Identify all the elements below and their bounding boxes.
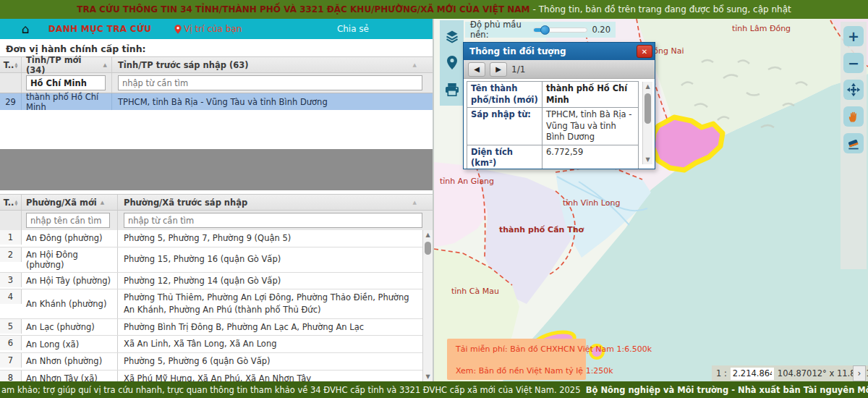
- province-new-filter-input[interactable]: [26, 75, 106, 90]
- map-zoom-controls: + −: [841, 22, 867, 269]
- download-link[interactable]: Tải miễn phí: Bản đồ CHXHCN Việt Nam 1:6…: [453, 344, 580, 354]
- opacity-value: 0.20: [592, 25, 610, 35]
- opacity-control: Độ phủ mầu nền: 0.20: [465, 22, 616, 38]
- location-pin-icon: [174, 25, 182, 34]
- app-title-bar: TRA CỨU THÔNG TIN 34 TỈNH/THÀNH PHỐ VÀ 3…: [0, 0, 868, 19]
- view-basemap-link[interactable]: Xem: Bản đồ nền Việt Nam tỷ lệ 1:250k: [453, 366, 580, 376]
- attribute-row: Tên thành phố/tỉnh (mới) thành phố Hồ Ch…: [467, 82, 639, 108]
- status-footer: am khảo; trợ giúp quí vị tra cứu nhanh, …: [0, 381, 868, 398]
- table-row[interactable]: 8 An Nhơn Tây (xã) Xã Phú Mỹ Hưng, Xã An…: [0, 371, 422, 381]
- popup-scrollbar[interactable]: ▲ ▼: [642, 82, 652, 164]
- empty-list-area: [0, 149, 433, 190]
- expand-icon[interactable]: ›: [853, 365, 866, 381]
- slider-knob[interactable]: [540, 25, 550, 35]
- table-row[interactable]: 6 An Long (xã) Xã An Linh, Xã Tân Long, …: [0, 336, 422, 353]
- popup-body: Tên thành phố/tỉnh (mới) thành phố Hồ Ch…: [464, 79, 655, 169]
- map-label-can-tho: thành phố Cần Thơ: [499, 225, 584, 234]
- share-button[interactable]: Chia sẻ: [337, 24, 369, 34]
- download-notice-box: Tải miễn phí: Bản đồ CHXHCN Việt Nam 1:6…: [447, 339, 586, 380]
- table-row[interactable]: 2 An Hội Đông (phường) Phường 15, Phường…: [0, 247, 422, 273]
- province-table-header: T.. ▲▼ Tỉnh/TP mới (34) ▲ Tỉnh/TP trước …: [0, 56, 433, 73]
- scrollbar-thumb[interactable]: [644, 93, 651, 124]
- eraser-tool-button[interactable]: [843, 133, 864, 153]
- pan-button[interactable]: [843, 80, 864, 100]
- sort-asc-icon: ▲: [413, 62, 417, 68]
- section-title: Đơn vị hành chính cấp tỉnh:: [6, 43, 146, 54]
- nav-your-location[interactable]: Vị trí của bạn: [174, 24, 242, 34]
- next-icon[interactable]: ▶: [490, 62, 507, 77]
- map-label-an-giang: tỉnh An Giang: [440, 177, 494, 186]
- feature-info-popup: Thông tin đối tượng ✕ ◀ ▶ 1/1 Tên thành …: [463, 42, 655, 169]
- map-label-vinh-long: tỉnh Vĩnh Long: [563, 198, 620, 208]
- layers-icon[interactable]: [444, 28, 460, 44]
- printer-icon[interactable]: [444, 82, 460, 98]
- province-table: T.. ▲▼ Tỉnh/TP mới (34) ▲ Tỉnh/TP trước …: [0, 56, 433, 110]
- popup-title-bar[interactable]: Thông tin đối tượng ✕: [464, 43, 655, 60]
- page-title: TRA CỨU THÔNG TIN 34 TỈNH/THÀNH PHỐ VÀ 3…: [77, 4, 529, 14]
- prev-icon[interactable]: ◀: [468, 62, 485, 77]
- map-scale-bar: 1 : 104.87012° x 11.81816°: [712, 365, 868, 381]
- ward-table-header: T.. ▲▼ Phường/Xã mới ▲ Phường/Xã trước s…: [0, 194, 433, 211]
- nav-menu-catalog[interactable]: DANH MỤC TRA CỨU: [48, 24, 151, 34]
- home-icon[interactable]: ⌂: [22, 23, 30, 35]
- panel-divider: [433, 19, 434, 381]
- hand-tool-button[interactable]: [843, 106, 864, 127]
- map-canvas[interactable]: tỉnh Lâm Đồng tỉnh Đồng Nai tỉnh An Gian…: [434, 19, 868, 381]
- zoom-in-button[interactable]: +: [843, 26, 864, 46]
- province-filter-row: [0, 73, 433, 93]
- province-old-filter-input[interactable]: [118, 75, 422, 90]
- column-header-ward-old[interactable]: Phường/Xã trước sáp nhập ▲: [118, 195, 433, 210]
- feature-attributes-table: Tên thành phố/tỉnh (mới) thành phố Hồ Ch…: [467, 81, 639, 169]
- scroll-down-icon[interactable]: ▼: [645, 155, 650, 164]
- ward-table-scrollbar[interactable]: ▲ ▼: [422, 230, 433, 381]
- page-subtitle: - Thông tin, bản đồ trên trang đang được…: [533, 4, 791, 14]
- attribute-row: Sáp nhập từ: TPHCM, tỉnh Bà Rịa - Vũng T…: [467, 108, 639, 145]
- opacity-label: Độ phủ mầu nền:: [470, 20, 529, 40]
- ward-rows: 1 An Đông (phường) Phường 5, Phường 7, P…: [0, 230, 422, 381]
- opacity-slider[interactable]: [533, 27, 587, 33]
- pan-icon: [846, 82, 861, 97]
- sort-asc-icon: ▲: [101, 200, 104, 206]
- attribute-row: Diện tích (km²) 6.772,59: [467, 145, 639, 169]
- table-row[interactable]: 1 An Đông (phường) Phường 5, Phường 7, P…: [0, 230, 422, 247]
- ward-new-filter-input[interactable]: [26, 213, 110, 228]
- close-icon[interactable]: ✕: [637, 45, 652, 58]
- table-row[interactable]: 3 An Hội Tây (phường) Phường 12, Phường …: [0, 273, 422, 290]
- left-panel: Đơn vị hành chính cấp tỉnh: T.. ▲▼ Tỉnh/…: [0, 39, 433, 381]
- scroll-up-icon[interactable]: ▲: [645, 82, 650, 91]
- zoom-out-button[interactable]: −: [843, 53, 864, 73]
- marker-icon[interactable]: [444, 55, 460, 71]
- column-header-province-new[interactable]: Tỉnh/TP mới (34) ▲: [22, 57, 112, 72]
- table-row[interactable]: 5 An Lạc (phường) Phường Bình Trị Đông B…: [0, 319, 422, 336]
- ward-filter-row: [0, 211, 433, 231]
- ward-old-filter-input[interactable]: [124, 213, 422, 228]
- map-tools-strip: [440, 20, 464, 106]
- eraser-icon: [846, 136, 861, 151]
- column-header-province-old[interactable]: Tỉnh/TP trước sáp nhập (63) ▲: [112, 57, 433, 72]
- scroll-down-icon[interactable]: ▼: [425, 372, 430, 381]
- column-header-tt[interactable]: T.. ▲▼: [0, 57, 22, 72]
- hand-icon: [847, 110, 860, 123]
- column-header-tt[interactable]: T.. ▲▼: [0, 195, 22, 210]
- province-row-selected[interactable]: 29 thành phố Hồ Chí Minh TPHCM, tỉnh Bà …: [0, 93, 433, 110]
- pager-count: 1/1: [511, 64, 525, 75]
- sort-toggle-icon: ▲▼: [14, 200, 17, 206]
- sort-toggle-icon: ▲▼: [14, 62, 17, 68]
- nav-bar: ⌂ DANH MỤC TRA CỨU Vị trí của bạn Chia s…: [0, 19, 433, 39]
- sort-asc-icon: ▲: [413, 200, 417, 206]
- table-row[interactable]: 4 An Khánh (phường) Phường Thủ Thiêm, Ph…: [0, 289, 422, 318]
- sort-asc-icon: ▲: [103, 62, 107, 68]
- scale-input[interactable]: [731, 368, 774, 380]
- scroll-up-icon[interactable]: ▲: [425, 230, 430, 240]
- ward-table: T.. ▲▼ Phường/Xã mới ▲ Phường/Xã trước s…: [0, 194, 433, 231]
- table-row[interactable]: 7 An Nhơn (phường) Phường 5, Phường 6 (q…: [0, 353, 422, 371]
- column-header-ward-new[interactable]: Phường/Xã mới ▲: [22, 195, 118, 210]
- scale-prefix: 1 :: [716, 368, 727, 378]
- map-label-ca-mau: tỉnh Cà Mau: [451, 287, 499, 296]
- popup-pager: ◀ ▶ 1/1: [464, 60, 655, 79]
- scrollbar-thumb[interactable]: [425, 242, 431, 255]
- map-label-lam-dong: tỉnh Lâm Đồng: [732, 24, 791, 33]
